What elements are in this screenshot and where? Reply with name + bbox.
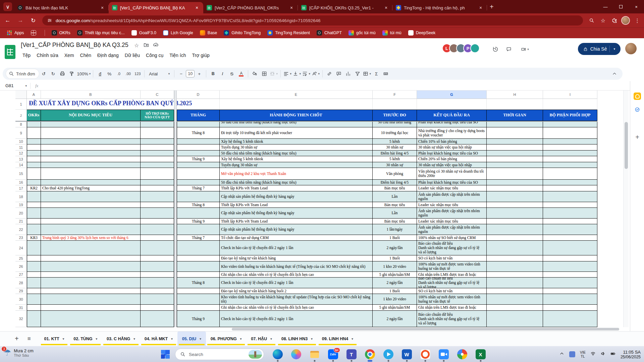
cell-phoi-hop[interactable] (543, 162, 597, 168)
header-hanh-dong[interactable]: HÀNH ĐỘNG THEN CHỐT (220, 110, 373, 121)
cell-thuoc-do[interactable]: 10 trường đại học (373, 127, 417, 139)
cell-ket-qua[interactable]: Văn phòng có 30 nhân sự và doanh thu tối… (417, 168, 487, 180)
cell-thoi-gian[interactable] (487, 255, 543, 261)
strikethrough-icon[interactable]: S (227, 69, 236, 78)
cell-thang[interactable]: Tháng 7 (177, 235, 220, 241)
cell-noi-dung[interactable]: Trung bình quý 3 tăng 30% lịch hẹn xem s… (41, 235, 141, 241)
sheet-tab-menu-icon[interactable]: ▾ (311, 337, 313, 341)
sheet-tab[interactable]: 09. LINH HN4▾ (317, 331, 358, 346)
bookmark-item[interactable]: GGoalF3.0 (131, 30, 156, 36)
wifi-icon[interactable] (590, 351, 596, 358)
increase-font-size-icon[interactable]: + (195, 69, 204, 78)
cell-thoi-gian[interactable] (487, 127, 543, 139)
sheet-tab[interactable]: 07. HẬU▾ (246, 331, 276, 346)
header-okrs[interactable]: OKRs (27, 110, 41, 121)
cell-hanh-dong[interactable]: Check in báo cáo tỷ lệ chuyển đổi 2 ngày… (220, 311, 373, 327)
row-header[interactable]: 14 (15, 162, 27, 168)
horizontal-scrollbar[interactable] (15, 327, 623, 331)
cell-okr[interactable] (27, 241, 41, 255)
menu-item[interactable]: Tệp (19, 52, 34, 59)
cell-thuoc-do[interactable]: 2 ngày/lần (373, 241, 417, 255)
bookmark-item[interactable]: Base (200, 30, 217, 36)
cell-hanh-dong[interactable]: Ghi nhận cho các nhân viên có tỷ lệ chuy… (220, 305, 373, 311)
cell-okr[interactable] (27, 219, 41, 224)
row-header[interactable]: 16 (15, 180, 27, 185)
share-button[interactable]: Chia Sẻ ▾ (578, 43, 621, 55)
cell-ho-tro[interactable] (141, 311, 174, 327)
cell-thuoc-do[interactable]: 2 ngày/lần (373, 278, 417, 288)
cell-thang[interactable] (177, 224, 220, 235)
cell-thoi-gian[interactable] (487, 208, 543, 219)
cell-hanh-dong[interactable]: Đào tạo kỹ năng tư vấn khách hàng (220, 255, 373, 261)
cell-phoi-hop[interactable] (543, 224, 597, 235)
row-header[interactable]: 17 (15, 185, 27, 191)
new-tab-button[interactable]: + (490, 3, 494, 11)
cell-ho-tro[interactable] (141, 139, 174, 144)
cell-ho-tro[interactable] (141, 241, 174, 255)
cell-okr[interactable] (27, 294, 41, 305)
cell-ket-qua[interactable]: Ghi nhận trên LMS được trao đi hoặc (417, 305, 487, 311)
row-header[interactable]: 28 (15, 278, 27, 288)
bookmark-item[interactable]: Gihito TingTong (224, 30, 261, 36)
bookmark-item[interactable]: TingTong Resident (267, 30, 310, 36)
orange-app-icon[interactable] (420, 349, 430, 359)
cell-thoi-gian[interactable] (487, 305, 543, 311)
cell-ket-qua[interactable]: SO có kịch bản tư vấn (417, 288, 487, 294)
cell-thang[interactable] (177, 144, 220, 150)
bookmark-item[interactable]: Apps (7, 30, 24, 36)
row-header[interactable]: 9 (15, 127, 27, 139)
cell-thuoc-do[interactable]: Văn phòng (373, 168, 417, 180)
cell-ho-tro[interactable] (141, 208, 174, 219)
cell-thang[interactable]: Tháng 7 (177, 185, 220, 191)
cell-okr[interactable] (27, 224, 41, 235)
menu-item[interactable]: Định dạng (94, 52, 122, 59)
menu-item[interactable]: Tiện ích (166, 52, 189, 59)
cell-thuoc-do[interactable]: Điểm hài lòng 4/5 (373, 180, 417, 185)
column-header[interactable]: C (141, 90, 174, 99)
cell-hanh-dong[interactable]: Cập nhật sản phẩm hệ thống định kỳ hàng … (220, 208, 373, 219)
search-menus-button[interactable]: Trình đơn (6, 69, 39, 78)
font-size-input[interactable]: 10 (186, 70, 195, 77)
cell-ho-tro[interactable] (141, 144, 174, 150)
vertical-scrollbar[interactable] (623, 90, 629, 327)
cell-noi-dung[interactable] (41, 122, 141, 127)
cell-thuoc-do[interactable]: 1 lần/ngày (373, 224, 417, 235)
row-header[interactable]: 23 (15, 235, 27, 241)
cell-phoi-hop[interactable] (543, 255, 597, 261)
cell-phoi-hop[interactable] (543, 311, 597, 327)
cell-okr[interactable] (27, 162, 41, 168)
cell-phoi-hop[interactable] (543, 272, 597, 278)
sheet-tab[interactable]: 08. LINH HN3▾ (277, 331, 317, 346)
row-header[interactable]: 25 (15, 255, 27, 261)
cell-okr[interactable]: KR2 (27, 185, 41, 191)
row-header[interactable]: 15 (15, 168, 27, 180)
cell-phoi-hop[interactable] (543, 235, 597, 241)
zoom-page-icon[interactable] (587, 16, 596, 25)
bookmark-item[interactable]: 12Lịch Google (163, 30, 193, 36)
header-ket-qua[interactable]: KẾT QUẢ ĐẦU RA (417, 110, 487, 121)
sheet-tab-menu-icon[interactable]: ▾ (270, 337, 272, 341)
cell-thuoc-do[interactable]: 1 Buổi (373, 235, 417, 241)
cell-thoi-gian[interactable] (487, 150, 543, 156)
column-header[interactable]: A (27, 90, 41, 99)
paint-format-icon[interactable] (67, 69, 76, 78)
cell-thang[interactable]: Tháng 8 (177, 202, 220, 208)
cell-ket-qua[interactable]: Leader xác nhận mục tiêu (417, 185, 487, 191)
cell-ho-tro[interactable] (141, 202, 174, 208)
bookmark-item[interactable]: DDeepSeek (408, 30, 435, 36)
cell-ho-tro[interactable] (141, 288, 174, 294)
comments-icon[interactable] (504, 44, 514, 54)
menu-item[interactable]: Xem (61, 52, 77, 59)
cell-noi-dung[interactable] (41, 272, 141, 278)
cell-noi-dung[interactable] (41, 144, 141, 150)
header-ho-tro[interactable]: HỖ TRỢ OKRs NÀO CỦA QLTT (141, 110, 174, 121)
cell-okr[interactable] (27, 278, 41, 288)
cell-thuoc-do[interactable]: Bản mục tiêu (373, 202, 417, 208)
all-sheets-button[interactable]: ≡ (28, 336, 31, 342)
cell-okr[interactable] (27, 191, 41, 202)
cell-thang[interactable]: Tháng 9 (177, 311, 220, 327)
teams-icon[interactable]: T (346, 349, 357, 359)
row-header[interactable]: 26 (15, 261, 27, 272)
cell-ket-qua[interactable]: Ảnh sản phẩm được cập nhật trên nhóm ngu… (417, 224, 487, 235)
edge-icon[interactable] (273, 349, 283, 359)
